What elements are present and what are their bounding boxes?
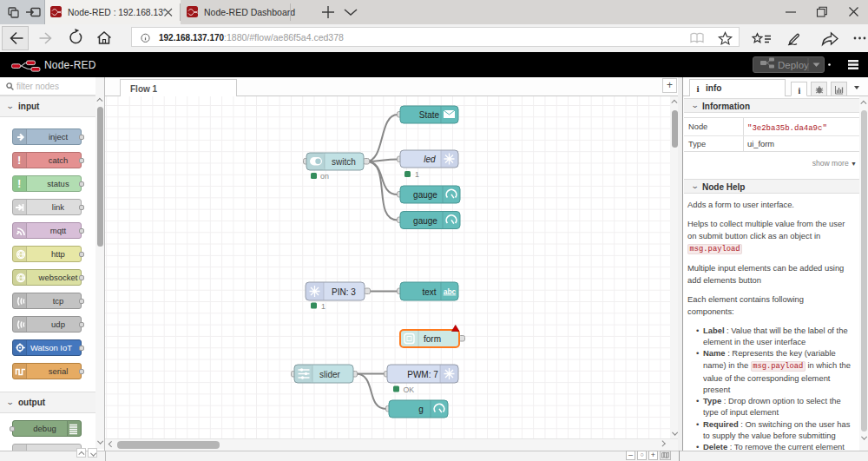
svg-text:PIN: 3: PIN: 3 xyxy=(332,287,356,297)
svg-text:abc: abc xyxy=(444,287,457,296)
svg-text:gauge: gauge xyxy=(413,190,437,200)
svg-text:1: 1 xyxy=(415,170,419,179)
svg-text:PWM: 7: PWM: 7 xyxy=(407,370,438,379)
svg-text:switch: switch xyxy=(332,157,356,167)
svg-text:gauge: gauge xyxy=(413,216,437,226)
svg-text:i: i xyxy=(798,86,800,95)
svg-text:slider: slider xyxy=(319,370,341,379)
svg-text:OK: OK xyxy=(404,385,415,394)
svg-text:on: on xyxy=(320,172,329,181)
svg-text:State: State xyxy=(419,110,440,120)
svg-text:i: i xyxy=(696,82,699,93)
svg-text:1: 1 xyxy=(321,302,326,311)
svg-text:form: form xyxy=(424,334,441,344)
svg-text:Node-RED : 192.168.13ʹ: Node-RED : 192.168.13ʹ xyxy=(68,8,165,17)
svg-text:led: led xyxy=(424,155,436,164)
svg-text:Node-RED Dashboard: Node-RED Dashboard xyxy=(204,7,295,17)
svg-text:text: text xyxy=(422,287,436,297)
svg-text:g: g xyxy=(418,405,424,414)
